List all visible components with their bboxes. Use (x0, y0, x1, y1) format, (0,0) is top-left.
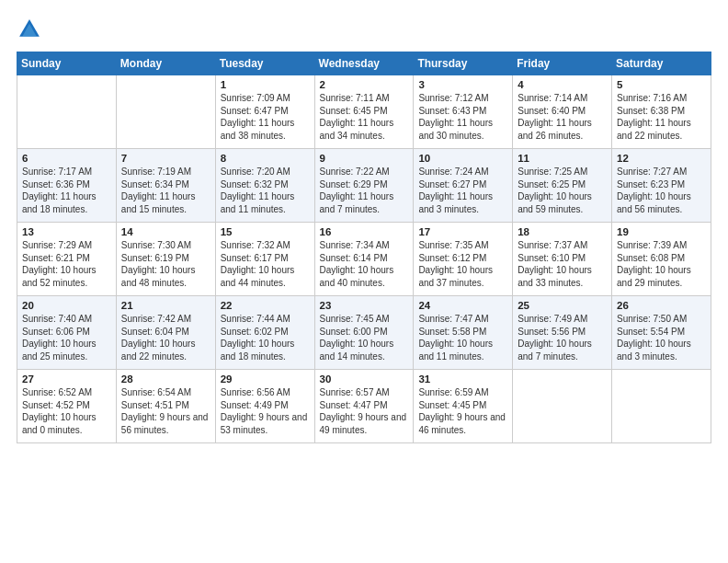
day-info: Sunrise: 7:12 AM Sunset: 6:43 PM Dayligh… (418, 92, 507, 142)
day-number: 9 (320, 153, 409, 164)
calendar-cell: 1Sunrise: 7:09 AM Sunset: 6:47 PM Daylig… (215, 75, 314, 149)
day-number: 11 (518, 153, 607, 164)
day-number: 30 (320, 373, 409, 385)
calendar-cell (116, 75, 215, 149)
calendar-cell: 2Sunrise: 7:11 AM Sunset: 6:45 PM Daylig… (314, 75, 414, 149)
calendar-cell: 17Sunrise: 7:35 AM Sunset: 6:12 PM Dayli… (414, 223, 513, 296)
calendar-cell (612, 370, 711, 443)
calendar-cell: 13Sunrise: 7:29 AM Sunset: 6:21 PM Dayli… (17, 223, 117, 296)
day-info: Sunrise: 7:50 AM Sunset: 5:54 PM Dayligh… (617, 313, 706, 362)
weekday-header-monday: Monday (116, 52, 215, 75)
calendar-cell: 20Sunrise: 7:40 AM Sunset: 6:06 PM Dayli… (17, 296, 117, 370)
day-info: Sunrise: 7:32 AM Sunset: 6:17 PM Dayligh… (221, 239, 310, 289)
page: SundayMondayTuesdayWednesdayThursdayFrid… (0, 0, 728, 563)
weekday-header-saturday: Saturday (612, 52, 711, 75)
day-number: 6 (22, 153, 111, 164)
day-number: 17 (418, 226, 507, 237)
calendar-week-row: 6Sunrise: 7:17 AM Sunset: 6:36 PM Daylig… (17, 149, 711, 223)
day-number: 22 (221, 300, 310, 311)
day-info: Sunrise: 6:52 AM Sunset: 4:52 PM Dayligh… (22, 386, 111, 436)
day-number: 2 (320, 79, 409, 90)
calendar-week-row: 27Sunrise: 6:52 AM Sunset: 4:52 PM Dayli… (17, 370, 711, 443)
day-number: 25 (518, 300, 607, 311)
day-info: Sunrise: 7:44 AM Sunset: 6:02 PM Dayligh… (221, 313, 310, 362)
calendar-cell: 28Sunrise: 6:54 AM Sunset: 4:51 PM Dayli… (116, 370, 215, 443)
weekday-header-friday: Friday (513, 52, 612, 75)
day-info: Sunrise: 7:24 AM Sunset: 6:27 PM Dayligh… (418, 166, 507, 215)
day-info: Sunrise: 7:42 AM Sunset: 6:04 PM Dayligh… (121, 313, 210, 362)
day-number: 4 (518, 79, 607, 90)
day-info: Sunrise: 7:29 AM Sunset: 6:21 PM Dayligh… (22, 239, 111, 289)
calendar-cell: 9Sunrise: 7:22 AM Sunset: 6:29 PM Daylig… (314, 149, 414, 223)
calendar-week-row: 13Sunrise: 7:29 AM Sunset: 6:21 PM Dayli… (17, 223, 711, 296)
weekday-header-row: SundayMondayTuesdayWednesdayThursdayFrid… (17, 52, 711, 75)
day-number: 20 (22, 300, 111, 311)
day-number: 5 (617, 79, 706, 90)
day-number: 31 (418, 373, 507, 385)
weekday-header-tuesday: Tuesday (215, 52, 314, 75)
day-number: 10 (418, 153, 507, 164)
calendar-cell: 21Sunrise: 7:42 AM Sunset: 6:04 PM Dayli… (116, 296, 215, 370)
calendar-cell: 12Sunrise: 7:27 AM Sunset: 6:23 PM Dayli… (612, 149, 711, 223)
day-info: Sunrise: 7:39 AM Sunset: 6:08 PM Dayligh… (617, 239, 706, 289)
calendar-cell: 29Sunrise: 6:56 AM Sunset: 4:49 PM Dayli… (215, 370, 314, 443)
day-number: 19 (617, 226, 706, 237)
day-info: Sunrise: 6:57 AM Sunset: 4:47 PM Dayligh… (320, 386, 409, 436)
day-info: Sunrise: 7:35 AM Sunset: 6:12 PM Dayligh… (418, 239, 507, 289)
calendar-cell: 15Sunrise: 7:32 AM Sunset: 6:17 PM Dayli… (215, 223, 314, 296)
day-number: 23 (320, 300, 409, 311)
calendar-cell (17, 75, 117, 149)
day-info: Sunrise: 7:14 AM Sunset: 6:40 PM Dayligh… (518, 92, 607, 142)
weekday-header-sunday: Sunday (17, 52, 117, 75)
weekday-header-thursday: Thursday (414, 52, 513, 75)
calendar-cell: 3Sunrise: 7:12 AM Sunset: 6:43 PM Daylig… (414, 75, 513, 149)
calendar-cell: 24Sunrise: 7:47 AM Sunset: 5:58 PM Dayli… (414, 296, 513, 370)
calendar-cell: 7Sunrise: 7:19 AM Sunset: 6:34 PM Daylig… (116, 149, 215, 223)
logo (17, 17, 46, 42)
day-info: Sunrise: 7:47 AM Sunset: 5:58 PM Dayligh… (418, 313, 507, 362)
calendar-cell: 23Sunrise: 7:45 AM Sunset: 6:00 PM Dayli… (314, 296, 414, 370)
day-info: Sunrise: 7:40 AM Sunset: 6:06 PM Dayligh… (22, 313, 111, 362)
weekday-header-wednesday: Wednesday (314, 52, 414, 75)
calendar-cell: 30Sunrise: 6:57 AM Sunset: 4:47 PM Dayli… (314, 370, 414, 443)
calendar-cell: 5Sunrise: 7:16 AM Sunset: 6:38 PM Daylig… (612, 75, 711, 149)
day-number: 3 (418, 79, 507, 90)
calendar-week-row: 20Sunrise: 7:40 AM Sunset: 6:06 PM Dayli… (17, 296, 711, 370)
day-number: 27 (22, 373, 111, 385)
day-info: Sunrise: 7:27 AM Sunset: 6:23 PM Dayligh… (617, 166, 706, 215)
header (17, 17, 711, 42)
calendar-cell: 10Sunrise: 7:24 AM Sunset: 6:27 PM Dayli… (414, 149, 513, 223)
calendar-cell: 26Sunrise: 7:50 AM Sunset: 5:54 PM Dayli… (612, 296, 711, 370)
calendar-cell: 27Sunrise: 6:52 AM Sunset: 4:52 PM Dayli… (17, 370, 117, 443)
day-number: 18 (518, 226, 607, 237)
calendar-cell: 8Sunrise: 7:20 AM Sunset: 6:32 PM Daylig… (215, 149, 314, 223)
day-info: Sunrise: 7:22 AM Sunset: 6:29 PM Dayligh… (320, 166, 409, 215)
calendar-cell: 11Sunrise: 7:25 AM Sunset: 6:25 PM Dayli… (513, 149, 612, 223)
day-info: Sunrise: 7:30 AM Sunset: 6:19 PM Dayligh… (121, 239, 210, 289)
day-info: Sunrise: 7:34 AM Sunset: 6:14 PM Dayligh… (320, 239, 409, 289)
calendar-table: SundayMondayTuesdayWednesdayThursdayFrid… (17, 52, 711, 443)
day-number: 8 (221, 153, 310, 164)
calendar-cell: 6Sunrise: 7:17 AM Sunset: 6:36 PM Daylig… (17, 149, 117, 223)
day-info: Sunrise: 7:49 AM Sunset: 5:56 PM Dayligh… (518, 313, 607, 362)
day-number: 15 (221, 226, 310, 237)
day-info: Sunrise: 7:16 AM Sunset: 6:38 PM Dayligh… (617, 92, 706, 142)
calendar-cell: 4Sunrise: 7:14 AM Sunset: 6:40 PM Daylig… (513, 75, 612, 149)
day-info: Sunrise: 7:25 AM Sunset: 6:25 PM Dayligh… (518, 166, 607, 215)
day-number: 12 (617, 153, 706, 164)
calendar-cell: 22Sunrise: 7:44 AM Sunset: 6:02 PM Dayli… (215, 296, 314, 370)
day-info: Sunrise: 7:09 AM Sunset: 6:47 PM Dayligh… (221, 92, 310, 142)
day-info: Sunrise: 7:20 AM Sunset: 6:32 PM Dayligh… (221, 166, 310, 215)
calendar-cell: 25Sunrise: 7:49 AM Sunset: 5:56 PM Dayli… (513, 296, 612, 370)
day-info: Sunrise: 6:54 AM Sunset: 4:51 PM Dayligh… (121, 386, 210, 436)
day-number: 21 (121, 300, 210, 311)
calendar-week-row: 1Sunrise: 7:09 AM Sunset: 6:47 PM Daylig… (17, 75, 711, 149)
day-number: 28 (121, 373, 210, 385)
calendar-cell: 18Sunrise: 7:37 AM Sunset: 6:10 PM Dayli… (513, 223, 612, 296)
day-number: 7 (121, 153, 210, 164)
day-info: Sunrise: 6:59 AM Sunset: 4:45 PM Dayligh… (418, 386, 507, 436)
logo-icon (17, 17, 42, 42)
day-info: Sunrise: 7:37 AM Sunset: 6:10 PM Dayligh… (518, 239, 607, 289)
day-number: 1 (221, 79, 310, 90)
calendar-cell: 19Sunrise: 7:39 AM Sunset: 6:08 PM Dayli… (612, 223, 711, 296)
